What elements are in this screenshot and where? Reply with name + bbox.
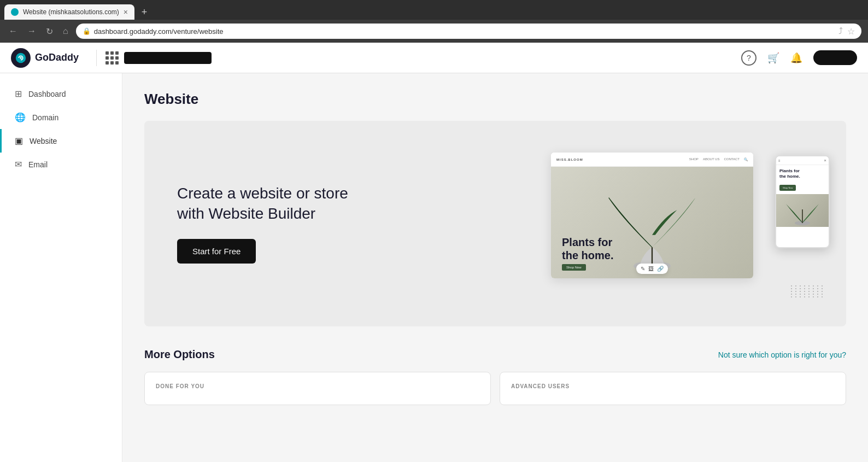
tab-favicon xyxy=(11,8,19,16)
share-icon[interactable]: ⤴ xyxy=(838,26,843,36)
mobile-headline: Plants forthe home. xyxy=(776,165,829,181)
user-menu-button[interactable]: ████ xyxy=(813,50,857,65)
mobile-menu-icon: ≡ xyxy=(778,159,781,162)
mockup-main: Plants forthe home. Shop Now ✎ 🖼 🔗 xyxy=(551,167,753,278)
advanced-users-tag: ADVANCED USERS xyxy=(511,383,835,389)
page-title: Website xyxy=(144,91,846,108)
sidebar-item-website[interactable]: ▣ Website xyxy=(0,129,122,153)
main-content: Website Create a website or store with W… xyxy=(122,73,868,462)
home-button[interactable]: ⌂ xyxy=(61,24,71,38)
tab-close-button[interactable]: × xyxy=(124,8,128,16)
new-tab-button[interactable]: + xyxy=(137,4,152,20)
mobile-mockup: ≡ × Plants forthe home. Shop Now xyxy=(775,155,830,248)
hero-illustration: MISS.BLOOM SHOP ABOUT US CONTACT 🔍 xyxy=(551,147,813,300)
bookmark-icon[interactable]: ☆ xyxy=(847,26,855,37)
sidebar-label-domain: Domain xyxy=(32,113,58,122)
hero-text: Create a website or store with Website B… xyxy=(177,184,363,264)
mockup-nav-contact: CONTACT xyxy=(724,157,740,161)
option-card-done-for-you[interactable]: DONE FOR YOU xyxy=(144,372,491,405)
top-nav: GoDaddy ? 🛒 🔔 ████ xyxy=(0,43,868,73)
logo-text: GoDaddy xyxy=(35,52,79,63)
edit-icon: ✎ xyxy=(641,266,645,272)
mockup-nav: SHOP ABOUT US CONTACT 🔍 xyxy=(689,157,748,161)
mockup-nav-about: ABOUT US xyxy=(703,157,720,161)
browser-tab-bar: Website (mishkaatsolutions.com) × + xyxy=(0,0,868,20)
mobile-close-icon: × xyxy=(824,158,826,163)
account-name-redacted xyxy=(124,52,212,64)
app-layout: GoDaddy ? 🛒 🔔 ████ ⊞ Dashboard 🌐 Domain xyxy=(0,43,868,462)
option-card-advanced-users[interactable]: ADVANCED USERS xyxy=(500,372,846,405)
sidebar-item-dashboard[interactable]: ⊞ Dashboard xyxy=(0,82,122,106)
help-button[interactable]: ? xyxy=(741,50,756,66)
more-options-title: More Options xyxy=(144,348,215,361)
sidebar-label-email: Email xyxy=(28,160,48,169)
main-area: ⊞ Dashboard 🌐 Domain ▣ Website ✉ Email W… xyxy=(0,73,868,462)
mockup-search-icon: 🔍 xyxy=(744,157,748,161)
mockup-nav-shop: SHOP xyxy=(689,157,699,161)
sidebar: ⊞ Dashboard 🌐 Domain ▣ Website ✉ Email xyxy=(0,73,122,462)
done-for-you-tag: DONE FOR YOU xyxy=(156,383,479,389)
notifications-button[interactable]: 🔔 xyxy=(790,52,802,64)
lock-icon: 🔒 xyxy=(83,27,91,35)
godaddy-logo xyxy=(11,48,31,68)
address-actions: ⤴ ☆ xyxy=(838,26,855,37)
sidebar-label-website: Website xyxy=(30,137,57,145)
mobile-shop-btn: Shop Now xyxy=(779,185,796,191)
hero-heading: Create a website or store with Website B… xyxy=(177,184,363,224)
start-for-free-button[interactable]: Start for Free xyxy=(177,239,256,264)
sidebar-item-email[interactable]: ✉ Email xyxy=(0,153,122,176)
hero-card: Create a website or store with Website B… xyxy=(144,121,846,326)
dot-pattern xyxy=(791,285,824,297)
sidebar-item-domain[interactable]: 🌐 Domain xyxy=(0,106,122,129)
svg-point-1 xyxy=(20,57,22,59)
tab-title: Website (mishkaatsolutions.com) xyxy=(23,8,119,16)
mockup-headline: Plants forthe home. xyxy=(562,236,613,262)
browser-tab[interactable]: Website (mishkaatsolutions.com) × xyxy=(4,4,134,20)
cart-button[interactable]: 🛒 xyxy=(767,52,779,64)
forward-button[interactable]: → xyxy=(25,24,38,38)
logo-area: GoDaddy xyxy=(11,48,87,68)
mobile-plant-image xyxy=(776,194,829,227)
website-icon: ▣ xyxy=(15,136,23,146)
mockup-shop-btn: Shop Now xyxy=(562,264,586,271)
nav-divider xyxy=(96,50,97,66)
link-icon: 🔗 xyxy=(657,266,664,272)
address-bar[interactable]: 🔒 dashboard.godaddy.com/venture/website … xyxy=(76,24,861,39)
address-text: dashboard.godaddy.com/venture/website xyxy=(94,27,835,36)
mobile-mockup-header: ≡ × xyxy=(776,156,829,165)
more-options-header: More Options Not sure which option is ri… xyxy=(144,348,846,361)
email-icon: ✉ xyxy=(15,159,22,169)
domain-icon: 🌐 xyxy=(15,112,26,122)
address-bar-row: ← → ↻ ⌂ 🔒 dashboard.godaddy.com/venture/… xyxy=(0,20,868,43)
mockup-brand: MISS.BLOOM xyxy=(556,158,583,161)
desktop-mockup: MISS.BLOOM SHOP ABOUT US CONTACT 🔍 xyxy=(551,153,753,278)
mockup-body: Plants forthe home. Shop Now ✎ 🖼 🔗 xyxy=(551,167,753,278)
refresh-button[interactable]: ↻ xyxy=(44,24,55,39)
help-link[interactable]: Not sure which option is right for you? xyxy=(718,350,846,359)
sidebar-label-dashboard: Dashboard xyxy=(28,90,66,98)
back-button[interactable]: ← xyxy=(7,24,20,38)
dashboard-icon: ⊞ xyxy=(15,89,22,99)
mockup-navbar: MISS.BLOOM SHOP ABOUT US CONTACT 🔍 xyxy=(551,153,753,167)
app-switcher-icon[interactable] xyxy=(105,51,119,65)
image-icon: 🖼 xyxy=(648,266,654,272)
mockup-toolbar: ✎ 🖼 🔗 xyxy=(636,264,668,274)
nav-right: ? 🛒 🔔 ████ xyxy=(741,50,857,66)
options-grid: DONE FOR YOU ADVANCED USERS xyxy=(144,372,846,405)
